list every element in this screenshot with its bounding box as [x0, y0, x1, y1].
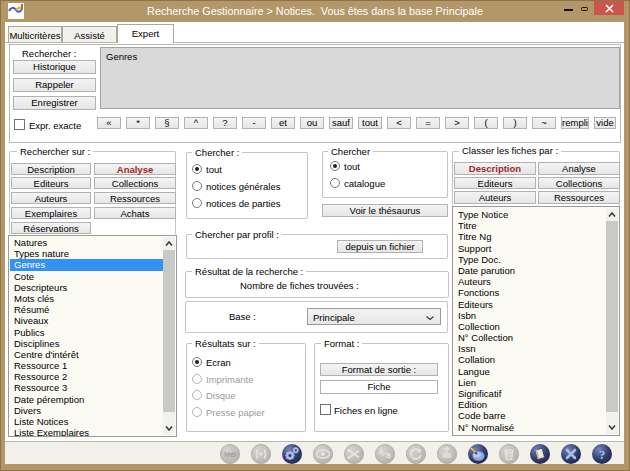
svg-text:A: A	[378, 448, 383, 455]
svg-text:?: ?	[599, 448, 605, 462]
svg-text:Mél: Mél	[224, 451, 236, 458]
svg-text:B: B	[386, 452, 391, 459]
